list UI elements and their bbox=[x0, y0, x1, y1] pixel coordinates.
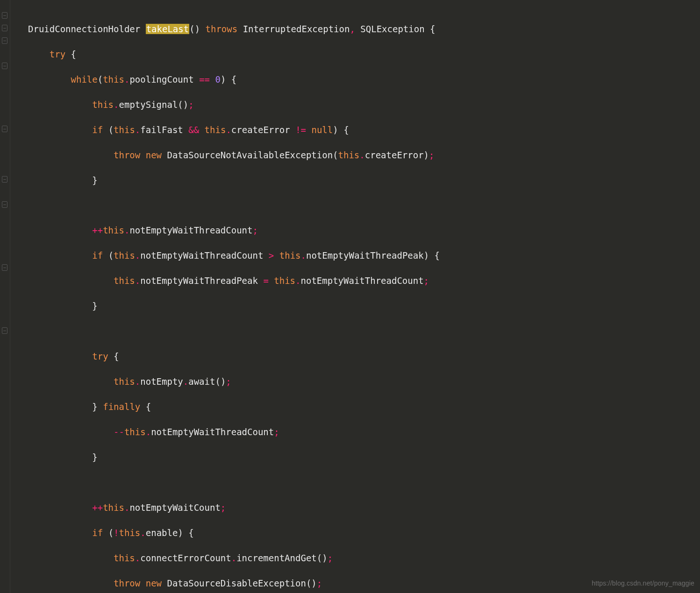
code-line: while(this.poolingCount == 0) { bbox=[28, 73, 700, 86]
code-line: ++this.notEmptyWaitThreadCount; bbox=[28, 224, 700, 237]
code-line: } bbox=[28, 300, 700, 312]
editor-gutter: – – – – – – – – – bbox=[0, 0, 10, 593]
fold-marker-icon[interactable]: – bbox=[2, 327, 7, 334]
code-line: } bbox=[28, 451, 700, 464]
code-line: DruidConnectionHolder takeLast() throws … bbox=[28, 23, 700, 35]
code-line: } bbox=[28, 174, 700, 187]
code-line: this.notEmpty.await(); bbox=[28, 375, 700, 388]
code-line: if (!this.enable) { bbox=[28, 527, 700, 539]
fold-marker-icon[interactable]: – bbox=[2, 12, 7, 19]
fold-marker-icon[interactable]: – bbox=[2, 201, 7, 208]
code-line: --this.notEmptyWaitThreadCount; bbox=[28, 426, 700, 438]
code-line: } finally { bbox=[28, 401, 700, 413]
code-line: this.connectErrorCount.incrementAndGet()… bbox=[28, 552, 700, 565]
fold-marker-icon[interactable]: – bbox=[2, 37, 7, 44]
code-line: try { bbox=[28, 48, 700, 61]
fold-marker-icon[interactable]: – bbox=[2, 63, 7, 69]
code-line: try { bbox=[28, 350, 700, 363]
code-line: this.emptySignal(); bbox=[28, 99, 700, 111]
code-line bbox=[28, 476, 700, 489]
code-line: throw new DataSourceNotAvailableExceptio… bbox=[28, 149, 700, 162]
code-editor-viewport[interactable]: DruidConnectionHolder takeLast() throws … bbox=[10, 10, 700, 593]
code-line: if (this.notEmptyWaitThreadCount > this.… bbox=[28, 249, 700, 262]
search-highlight: takeLast bbox=[146, 24, 190, 34]
fold-marker-icon[interactable]: – bbox=[2, 176, 7, 183]
code-line: ++this.notEmptyWaitCount; bbox=[28, 501, 700, 514]
code-line bbox=[28, 199, 700, 212]
fold-marker-icon[interactable]: – bbox=[2, 126, 7, 132]
fold-marker-icon[interactable]: – bbox=[2, 25, 7, 31]
code-line: this.notEmptyWaitThreadPeak = this.notEm… bbox=[28, 275, 700, 287]
watermark-text: https://blog.csdn.net/pony_maggie bbox=[592, 579, 694, 588]
fold-marker-icon[interactable]: – bbox=[2, 264, 7, 271]
code-line: if (this.failFast && this.createError !=… bbox=[28, 124, 700, 136]
code-line bbox=[28, 325, 700, 338]
